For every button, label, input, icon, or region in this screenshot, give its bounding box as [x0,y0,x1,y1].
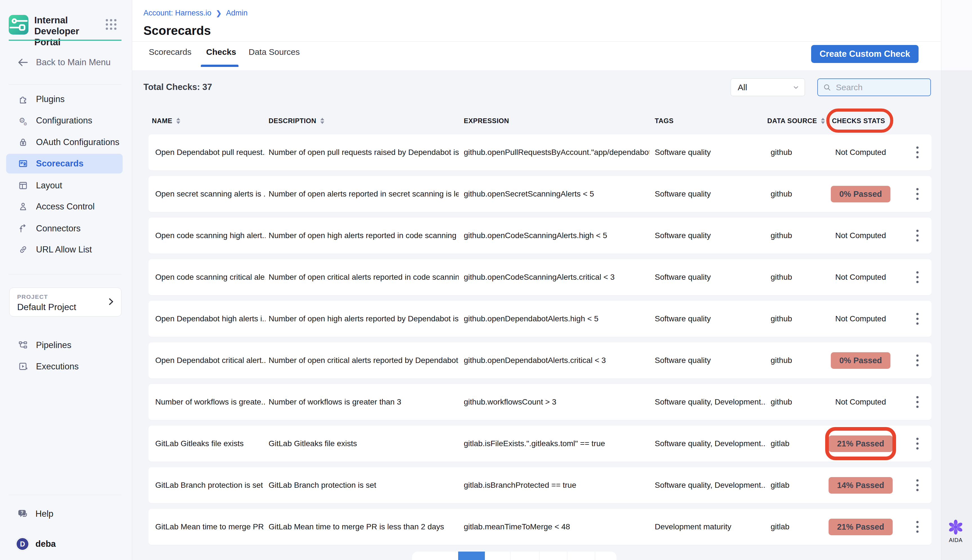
row-menu-button[interactable] [911,384,924,420]
user-menu[interactable]: D deba [16,536,56,552]
check-tags: Software quality [655,218,766,253]
sidebar-item-connectors[interactable]: Connectors [6,219,123,238]
check-tags: Software quality, Development... [655,467,766,503]
row-menu-button[interactable] [911,259,924,295]
search-input[interactable] [835,82,945,92]
row-menu-button[interactable] [911,301,924,337]
back-to-main-menu[interactable]: Back to Main Menu [17,54,110,71]
help-button[interactable]: ? Help [17,505,53,523]
column-header-label: DATA SOURCE [767,117,817,125]
chevron-right-icon [106,297,115,307]
scorecard-icon [18,158,28,169]
check-name: Open Dependabot high alerts i... [155,301,266,337]
row-menu-button[interactable] [911,176,924,212]
check-expression: github.openSecretScanningAlerts < 5 [464,176,650,212]
sidebar-item-layout[interactable]: Layout [6,176,123,195]
header-divider [132,41,941,42]
sidebar-item-scorecards[interactable]: Scorecards [6,154,123,173]
check-data-source: github [771,134,816,170]
row-menu-button[interactable] [911,218,924,253]
sidebar-item-executions[interactable]: Executions [6,357,123,377]
search-box [817,78,931,96]
sidebar-item-pipelines[interactable]: Pipelines [6,335,123,355]
table-row: Number of workflows is greate... Number … [149,384,932,420]
row-menu-button[interactable] [911,342,924,378]
table-row: Open Dependabot pull request... Number o… [149,134,932,170]
check-tags: Software quality [655,134,766,170]
column-header-label: DESCRIPTION [269,117,316,125]
table-row: Open code scanning critical ale... Numbe… [149,259,932,295]
check-description: Number of open high alerts reported in c… [269,218,459,253]
column-header-tags: TAGS [655,113,674,128]
check-stats-cell: Not Computed [816,384,906,420]
sidebar-item-access-control[interactable]: Access Control [6,197,123,217]
check-tags: Software quality [655,176,766,212]
arrow-left-icon [17,57,29,68]
row-menu-button[interactable] [911,467,924,503]
sidebar-item-url-allow-list[interactable]: URL Allow List [6,240,123,260]
check-stats-value: 21% Passed [828,519,893,535]
check-description: Number of open critical alerts reported … [269,259,459,295]
check-data-source: github [771,259,816,295]
pagination-divider [510,552,511,560]
check-expression: gitlab.isBranchProtected == true [464,467,650,503]
table-row: Open code scanning high alert... Number … [149,218,932,253]
aida-assistant-button[interactable]: AIDA [945,520,966,543]
check-data-source: github [771,218,816,253]
app-grid-icon[interactable] [106,19,118,31]
check-stats-value: Not Computed [835,148,886,157]
sort-icon[interactable] [821,118,825,124]
sidebar-item-label: Executions [36,362,79,372]
plugins-icon [18,94,28,104]
row-menu-button[interactable] [911,134,924,170]
create-custom-check-button[interactable]: Create Custom Check [811,45,919,63]
pagination-divider [539,552,539,560]
check-tags: Development maturity [655,509,766,545]
username: deba [35,539,56,549]
check-tags: Software quality [655,259,766,295]
total-checks-label: Total Checks: 37 [144,82,212,92]
executions-icon [18,362,28,372]
row-menu-button[interactable] [911,426,924,462]
link-icon [18,245,28,255]
tab-data-sources[interactable]: Data Sources [249,47,300,57]
sort-icon[interactable] [176,118,180,124]
sidebar-item-oauth-configurations[interactable]: OAuth Configurations [6,132,123,152]
filter-dropdown[interactable]: All [731,78,805,96]
sidebar-item-configurations[interactable]: ⚙ ⚙ Configurations [6,111,123,130]
tab-checks[interactable]: Checks [206,47,236,57]
column-header-description[interactable]: DESCRIPTION [269,113,324,128]
gears-icon: ⚙ ⚙ [18,115,28,126]
project-selector[interactable]: PROJECT Default Project [9,288,122,317]
check-tags: Software quality, Development... [655,384,766,420]
lock-icon [18,137,28,147]
breadcrumb-admin-link[interactable]: Admin [226,9,248,17]
tab-scorecards[interactable]: Scorecards [149,47,192,57]
chevron-down-icon [792,84,800,91]
column-header-label: TAGS [655,117,674,125]
check-tags: Software quality [655,301,766,337]
column-header-name[interactable]: NAME [152,113,180,128]
check-name: Open Dependabot critical alert... [155,342,266,378]
check-stats-value: Not Computed [835,231,886,240]
sidebar-item-label: Plugins [36,94,65,104]
brand-divider [9,40,122,41]
column-header-label: CHECKS STATS [832,117,885,125]
avatar: D [16,537,29,551]
check-name: Open code scanning critical ale... [155,259,266,295]
sidebar: Internal Developer Portal Back to Main M… [0,0,132,560]
harness-idp-logo [9,15,28,35]
breadcrumb-account-link[interactable]: Account: Harness.io [144,9,212,17]
sidebar-divider [9,84,122,85]
brand-title: Internal Developer Portal [34,15,102,48]
sort-icon[interactable] [320,118,324,124]
check-tags: Software quality, Development... [655,426,766,462]
pagination-active-page[interactable] [458,552,485,560]
check-name: GitLab Gitleaks file exists [155,426,266,462]
check-expression: github.openDependabotAlerts.high < 5 [464,301,650,337]
column-header-data-source[interactable]: DATA SOURCE [767,113,825,128]
check-stats-cell: 0% Passed [816,176,906,212]
sidebar-item-plugins[interactable]: Plugins [6,89,123,109]
row-menu-button[interactable] [911,509,924,545]
table-row: GitLab Gitleaks file exists GitLab Gitle… [149,426,932,462]
